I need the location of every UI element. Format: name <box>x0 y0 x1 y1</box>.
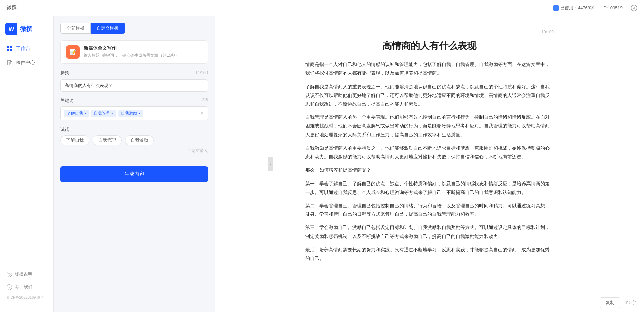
power-icon <box>632 6 636 10</box>
keyword-close-1[interactable]: × <box>84 111 86 115</box>
keyword-text-2: 自我管理 <box>94 111 110 116</box>
template-card: 📝 新媒体全文写作 输入标题+关键词，一键准确生成所需文章（约15秒） <box>60 40 208 64</box>
preview-body: 情商是指一个人对自己和他人的情感的认知和管理能力，包括了解自我、自我管理、自我激… <box>305 60 554 263</box>
preview-para-8: 第三，学会激励自己。激励自己包括设定目标和计划、自我激励和自我奖励等方式。可以通… <box>305 223 554 241</box>
logo-icon: W <box>5 23 17 35</box>
info-icon: i <box>7 284 12 290</box>
sidebar-nav: 工作台 稿件中心 <box>0 42 53 264</box>
workbench-icon <box>7 46 13 52</box>
keyword-text-3: 自我激励 <box>121 111 137 116</box>
keyword-tag-2[interactable]: 自我管理 × <box>91 110 116 117</box>
copyright-label: 版权说明 <box>15 271 32 277</box>
template-info: 新媒体全文写作 输入标题+关键词，一键准确生成所需文章（约15秒） <box>84 45 179 58</box>
keywords-label: 关键词 <box>60 98 74 104</box>
icp-text: ©ICP备2022016946号 <box>0 294 53 301</box>
tab-all-templates[interactable]: 全部模板 <box>60 23 91 34</box>
preview-para-5: 那么，如何培养和提高情商呢？ <box>305 166 554 175</box>
keyword-tag-3[interactable]: 自我激励 × <box>118 110 143 117</box>
keyword-clear-btn[interactable]: ✕ <box>200 111 204 116</box>
keyword-close-2[interactable]: × <box>111 111 113 115</box>
topbar-right: T 已使用：44768字 ID:100519 <box>553 5 637 11</box>
suggestions-label: 试试 <box>60 126 208 133</box>
main-layout: W 微撰 工作台 <box>0 16 644 312</box>
topbar: 微撰 T 已使用：44768字 ID:100519 <box>0 0 644 16</box>
svg-rect-0 <box>7 46 9 48</box>
tab-custom-templates[interactable]: 自定义模板 <box>91 23 125 34</box>
preview-title: 高情商的人有什么表现 <box>305 40 554 52</box>
template-tabs: 全部模板 自定义模板 <box>60 23 208 34</box>
keyword-tag-1[interactable]: 了解自我 × <box>64 110 89 117</box>
preview-para-1: 情商是指一个人对自己和他人的情感的认知和管理能力，包括了解自我、自我管理、自我激… <box>305 60 554 78</box>
suggestion-chip-1[interactable]: 了解自我 <box>60 135 89 145</box>
suggestions-section: 试试 了解自我 自我管理 自我激励 白清空录入 <box>60 126 208 154</box>
keywords-group: 关键词 3/6 了解自我 × 自我管理 × 自我激励 × <box>60 98 208 120</box>
copyright-icon: © <box>7 272 12 277</box>
preview-para-7: 第二，学会管理自己。管理自己包括控制自己的情绪、行为和言语，以及管理自己的时间和… <box>305 202 554 219</box>
title-count: 11/100 <box>195 70 208 76</box>
sidebar: W 微撰 工作台 <box>0 16 54 312</box>
suggestions-list: 了解自我 自我管理 自我激励 <box>60 135 208 145</box>
form-panel: 全部模板 自定义模板 📝 新媒体全文写作 输入标题+关键词，一键准确生成所需文章… <box>54 16 215 312</box>
preview-content: 10/100 高情商的人有什么表现 情商是指一个人对自己和他人的情感的认知和管理… <box>278 16 581 293</box>
preview-para-4: 自我激励是高情商人的重要特质之一。他们能够激励自己不断地追求目标和梦想，克服困难… <box>305 144 554 161</box>
preview-para-6: 第一，学会了解自己。了解自己的优点、缺点、个性特质和偏好，以及自己的情感状态和情… <box>305 179 554 197</box>
usage-display: T 已使用：44768字 <box>553 5 594 11</box>
sidebar-item-drafts[interactable]: 稿件中心 <box>0 56 53 70</box>
sidebar-footer-copyright[interactable]: © 版权说明 <box>0 268 53 281</box>
title-group: 标题 11/100 <box>60 70 208 92</box>
sidebar-item-workbench-label: 工作台 <box>16 46 30 52</box>
template-title: 新媒体全文写作 <box>84 45 179 51</box>
keyword-close-3[interactable]: × <box>138 111 140 115</box>
title-input[interactable] <box>60 79 208 92</box>
preview-panel: 10/100 高情商的人有什么表现 情商是指一个人对自己和他人的情感的认知和管理… <box>215 16 644 312</box>
svg-rect-2 <box>7 49 9 51</box>
content-area: 全部模板 自定义模板 📝 新媒体全文写作 输入标题+关键词，一键准确生成所需文章… <box>54 16 644 312</box>
preview-para-3: 自我管理是高情商人的另一个重要表现。他们能够有效地控制自己的言行和行为，控制自己… <box>305 113 554 139</box>
topbar-left: 微撰 <box>7 5 17 11</box>
svg-rect-3 <box>10 49 12 51</box>
sidebar-item-drafts-label: 稿件中心 <box>16 60 35 66</box>
preview-para-9: 最后，培养高情商需要长期的努力和实践。只有通过不断地学习、反思和实践，才能够提高… <box>305 246 554 263</box>
template-emoji: 📝 <box>69 48 77 56</box>
word-count: 615字 <box>624 300 636 306</box>
svg-rect-1 <box>10 46 12 48</box>
suggestion-chip-2[interactable]: 自我管理 <box>93 135 122 145</box>
preview-page-count: 10/100 <box>305 30 554 34</box>
topbar-title: 微撰 <box>7 5 17 11</box>
usage-label: 已使用：44768字 <box>560 5 594 11</box>
preview-footer: 复制 615字 <box>215 293 644 312</box>
sidebar-footer-about[interactable]: i 关于我们 <box>0 281 53 294</box>
template-description: 输入标题+关键词，一键准确生成所需文章（约15秒） <box>84 53 179 58</box>
preview-para-2: 了解自我是高情商人的重要表现之一。他们能够清楚地认识自己的优点和缺点，以及自己的… <box>305 83 554 109</box>
user-id: ID:100519 <box>602 5 623 10</box>
about-label: 关于我们 <box>15 284 32 290</box>
sidebar-item-workbench[interactable]: 工作台 <box>0 42 53 56</box>
sidebar-footer: © 版权说明 i 关于我们 ©ICP备2022016946号 <box>0 264 53 305</box>
keyword-text-1: 了解自我 <box>67 111 83 116</box>
title-label: 标题 <box>60 70 69 76</box>
usage-icon: T <box>553 5 559 11</box>
logo-text: 微撰 <box>20 25 32 33</box>
copy-button[interactable]: 复制 <box>600 297 620 308</box>
suggestion-chip-3[interactable]: 自我激励 <box>125 135 154 145</box>
logo-area: W 微撰 <box>0 23 53 42</box>
collapse-handle[interactable]: ‹ <box>268 157 273 171</box>
drafts-icon <box>7 60 13 66</box>
generate-button[interactable]: 生成内容 <box>60 166 208 182</box>
clear-link[interactable]: 白清空录入 <box>60 148 208 154</box>
keyword-box[interactable]: 了解自我 × 自我管理 × 自我激励 × ✕ <box>60 106 208 120</box>
template-card-icon: 📝 <box>66 45 80 59</box>
power-button[interactable] <box>631 5 637 11</box>
keywords-count: 3/6 <box>202 98 208 104</box>
